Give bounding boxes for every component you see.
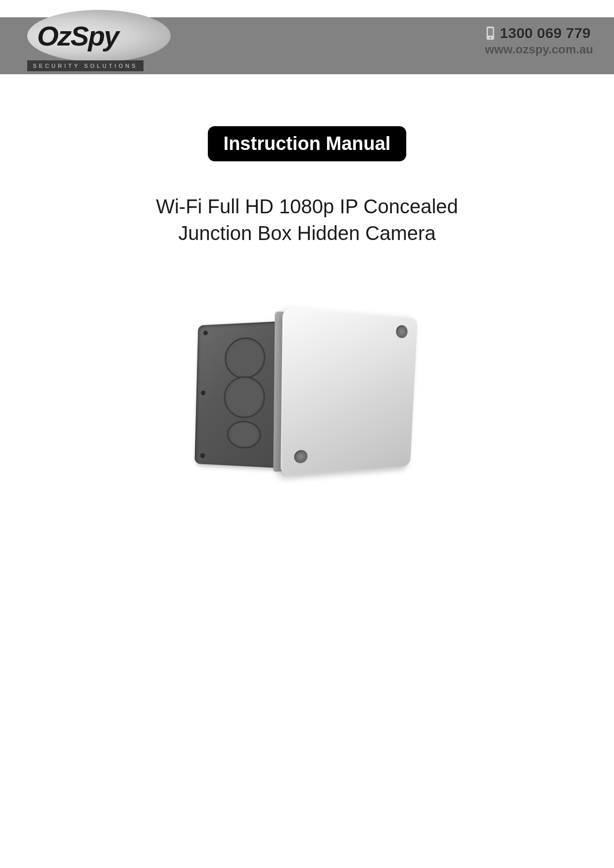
product-title-line2: Junction Box Hidden Camera — [178, 222, 435, 244]
phone-number: 1300 069 779 — [500, 25, 591, 42]
manual-badge: Instruction Manual — [208, 126, 407, 161]
logo-tagline: SECURITY SOLUTIONS — [33, 63, 138, 69]
junction-box-front — [281, 307, 418, 475]
product-title-line1: Wi-Fi Full HD 1080p IP Concealed — [156, 195, 458, 217]
svg-point-2 — [490, 37, 491, 39]
phone-line: 1300 069 779 — [485, 25, 593, 42]
phone-icon — [485, 26, 496, 41]
header-contact: 1300 069 779 www.ozspy.com.au — [485, 25, 593, 56]
svg-rect-1 — [488, 28, 493, 36]
company-logo: OzSpy — [27, 10, 171, 62]
product-image — [169, 307, 446, 480]
manual-badge-label: Instruction Manual — [224, 133, 391, 154]
product-title: Wi-Fi Full HD 1080p IP Concealed Junctio… — [0, 193, 614, 246]
logo-text: OzSpy — [37, 22, 171, 50]
logo-tagline-bar: SECURITY SOLUTIONS — [27, 60, 143, 71]
website-url: www.ozspy.com.au — [485, 43, 593, 56]
